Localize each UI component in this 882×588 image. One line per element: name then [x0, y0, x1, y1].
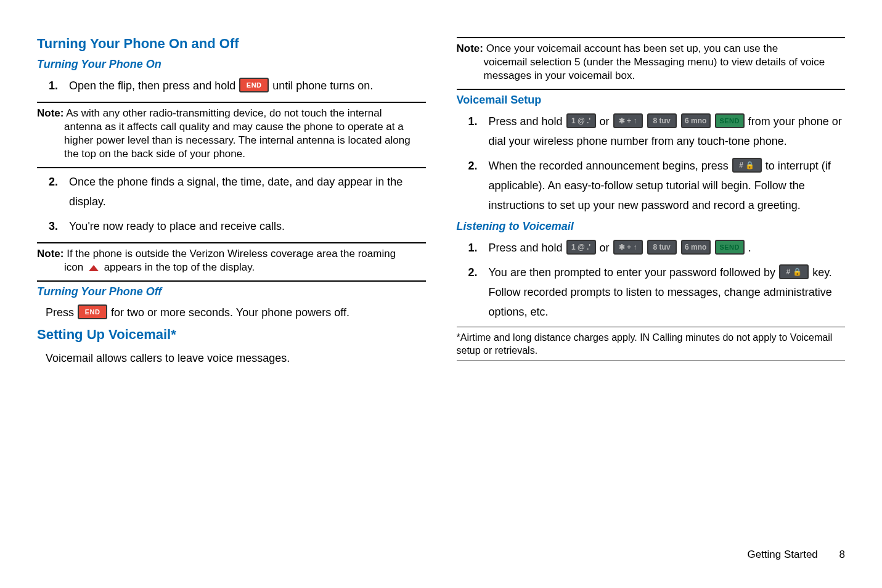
end-key-icon: END: [78, 304, 107, 319]
key-pound-icon: # 🔒: [779, 264, 809, 279]
step-number: 1.: [44, 76, 69, 96]
note-text: Once your voicemail account has been set…: [483, 43, 778, 54]
step-1: 1. Press and hold 1 @ .' or ✱ + ↑ 8 tuv …: [464, 112, 846, 151]
steps-voicemail-setup: 1. Press and hold 1 @ .' or ✱ + ↑ 8 tuv …: [464, 112, 846, 215]
subheading-listening-voicemail: Listening to Voicemail: [457, 220, 846, 233]
key-8-icon: 8 tuv: [647, 240, 677, 255]
divider: [457, 37, 846, 38]
note-antenna: Note: As with any other radio-transmitti…: [37, 107, 426, 161]
step-text: Press and hold: [489, 115, 566, 128]
divider: [37, 242, 426, 243]
footer-section: Getting Started: [747, 549, 817, 560]
steps-listen-voicemail: 1. Press and hold 1 @ .' or ✱ + ↑ 8 tuv …: [464, 238, 846, 322]
voicemail-intro: Voicemail allows callers to leave voice …: [46, 349, 426, 367]
note-label: Note:: [37, 107, 63, 119]
step-text: Once the phone finds a signal, the time,…: [69, 172, 426, 211]
step-1: 1. Open the flip, then press and hold EN…: [44, 76, 426, 96]
note-roaming: Note: If the phone is outside the Verizo…: [37, 247, 426, 274]
step-2: 2. When the recorded announcement begins…: [464, 156, 846, 215]
step-text: .: [748, 242, 751, 254]
divider: [457, 89, 846, 90]
key-star-icon: ✱ + ↑: [613, 113, 643, 128]
step-number: 3.: [44, 216, 69, 236]
divider: [457, 361, 846, 361]
note-text: If the phone is outside the Verizon Wire…: [63, 248, 396, 259]
step-number: 2.: [44, 172, 69, 211]
key-star-icon: ✱ + ↑: [613, 240, 643, 255]
note-text: appears in the top of the display.: [104, 261, 255, 273]
step-1: 1. Press and hold 1 @ .' or ✱ + ↑ 8 tuv …: [464, 238, 846, 258]
step-text: Press and hold: [489, 242, 566, 254]
roaming-icon: [89, 265, 99, 271]
key-6-icon: 6 mno: [681, 240, 711, 255]
step-number: 1.: [464, 238, 489, 258]
divider: [37, 102, 426, 103]
note-text: voicemail selection 5 (under the Messagi…: [484, 55, 846, 83]
step-number: 2.: [464, 263, 489, 322]
steps-turn-on-cont: 2. Once the phone finds a signal, the ti…: [44, 172, 426, 236]
end-key-icon: END: [239, 78, 269, 92]
note-text: antenna as it affects call quality and m…: [64, 120, 426, 161]
heading-setting-up-voicemail: Setting Up Voicemail*: [37, 327, 426, 343]
airtime-footnote: *Airtime and long distance charges apply…: [457, 331, 846, 357]
step-text: Open the flip, then press and hold: [69, 80, 239, 92]
send-key-icon: SEND: [715, 240, 745, 255]
step-text: You're now ready to place and receive ca…: [69, 216, 426, 236]
step-text: until phone turns on.: [272, 80, 373, 92]
key-8-icon: 8 tuv: [647, 113, 677, 128]
steps-turn-on: 1. Open the flip, then press and hold EN…: [44, 76, 426, 96]
divider: [37, 167, 426, 168]
key-6-icon: 6 mno: [681, 113, 711, 128]
left-column: Turning Your Phone On and Off Turning Yo…: [37, 31, 426, 367]
step-number: 2.: [464, 156, 489, 215]
subheading-turning-on: Turning Your Phone On: [37, 58, 426, 71]
text: for two or more seconds. Your phone powe…: [111, 306, 349, 319]
heading-turning-on-off: Turning Your Phone On and Off: [37, 36, 426, 52]
key-1-icon: 1 @ .': [566, 113, 596, 128]
subheading-turning-off: Turning Your Phone Off: [37, 285, 426, 298]
step-3: 3. You're now ready to place and receive…: [44, 216, 426, 236]
note-text: icon: [64, 261, 86, 273]
note-label: Note:: [457, 43, 483, 54]
note-label: Note:: [37, 248, 63, 259]
divider: [37, 280, 426, 282]
send-key-icon: SEND: [715, 113, 745, 128]
turn-off-text: Press END for two or more seconds. Your …: [46, 303, 426, 322]
step-2: 2. You are then prompted to enter your p…: [464, 263, 846, 322]
key-pound-icon: # 🔒: [732, 158, 762, 173]
text: Press: [46, 306, 77, 319]
note-voicemail-account: Note: Once your voicemail account has be…: [457, 42, 846, 83]
right-column: Note: Once your voicemail account has be…: [457, 31, 846, 367]
page-number: 8: [839, 549, 845, 560]
step-text: or: [600, 115, 613, 128]
step-text: You are then prompted to enter your pass…: [489, 266, 779, 279]
note-text: As with any other radio-transmitting dev…: [63, 107, 382, 119]
step-number: 1.: [464, 112, 489, 151]
subheading-voicemail-setup: Voicemail Setup: [457, 94, 846, 107]
step-text: When the recorded announcement begins, p…: [489, 160, 732, 172]
step-2: 2. Once the phone finds a signal, the ti…: [44, 172, 426, 211]
page-footer: Getting Started 8: [747, 549, 845, 561]
divider: [457, 327, 846, 327]
step-text: or: [600, 242, 613, 254]
key-1-icon: 1 @ .': [566, 240, 596, 255]
